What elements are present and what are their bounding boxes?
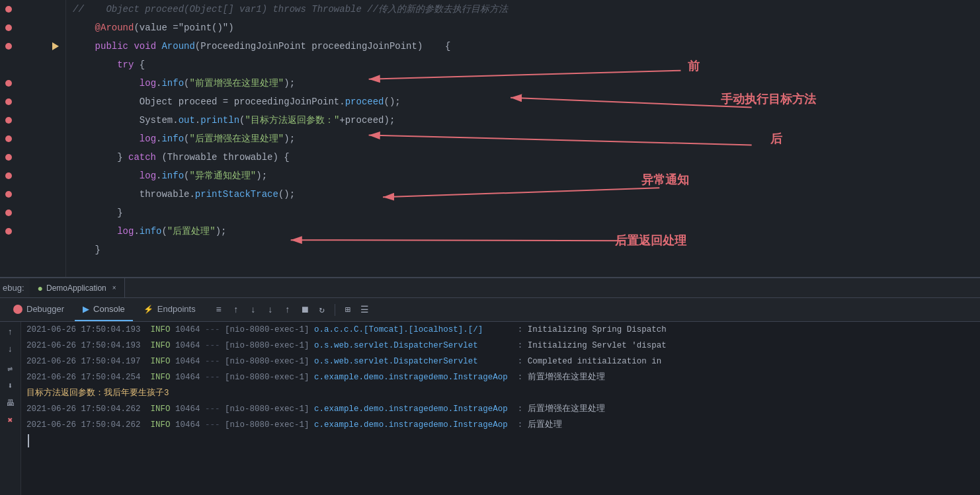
toolbar-btn-list[interactable]: ☰ bbox=[358, 303, 372, 317]
toolbar-btn-stop[interactable]: ⏹ bbox=[298, 303, 312, 317]
log-colon: : bbox=[518, 339, 528, 352]
log-class: c.example.demo.instragedemo.InstrageAop bbox=[314, 402, 518, 416]
code-comment: // Object proceed(Object[] var1) throws … bbox=[73, 3, 508, 15]
strip-btn-clear[interactable]: ✖ bbox=[3, 413, 18, 428]
toolbar-separator bbox=[335, 304, 335, 316]
breakpoint-dot bbox=[5, 228, 12, 235]
code-function: printStackTrace bbox=[195, 189, 278, 200]
code-plain bbox=[73, 226, 117, 237]
code-plain: ); bbox=[284, 133, 295, 144]
toolbar-btn-grid[interactable]: ⊞ bbox=[341, 303, 355, 317]
log-message: 后置增强在这里处理 bbox=[528, 402, 605, 416]
tab-endpoints-label: Endpoints bbox=[157, 304, 196, 314]
code-var: log bbox=[140, 78, 156, 89]
code-plain: } bbox=[73, 245, 101, 255]
log-colon: : bbox=[518, 323, 528, 336]
code-plain: (); bbox=[384, 96, 400, 107]
strip-btn-down[interactable]: ↓ bbox=[3, 342, 18, 356]
code-lines: // Object proceed(Object[] var1) throws … bbox=[66, 0, 980, 277]
tab-debugger[interactable]: Debugger bbox=[5, 298, 72, 321]
code-plain: (ProceedingJoinPoint proceedingJoinPoint… bbox=[195, 41, 450, 52]
log-timestamp: 2021-06-26 17:50:04.193 bbox=[26, 323, 141, 336]
log-sep: --- bbox=[200, 418, 225, 432]
toolbar-btn-reload[interactable]: ↻ bbox=[315, 303, 329, 317]
gutter-line bbox=[0, 93, 60, 111]
toolbar-btn-down2[interactable]: ↓ bbox=[263, 303, 278, 317]
code-plain: . bbox=[156, 171, 161, 181]
endpoints-icon: ⚡ bbox=[143, 305, 153, 314]
log-level: INFO bbox=[141, 323, 176, 336]
code-system: out bbox=[179, 115, 195, 126]
log-level: INFO bbox=[141, 402, 176, 416]
code-line: @Around(value ="point()") bbox=[73, 19, 980, 37]
app-tab-label: DemoApplication bbox=[46, 284, 106, 293]
code-string: "异常通知处理" bbox=[189, 170, 256, 182]
bottom-panel: ebug: ● DemoApplication × Debugger ▶ Con… bbox=[0, 277, 980, 495]
code-plain: { bbox=[134, 59, 145, 70]
strip-btn-up[interactable]: ↑ bbox=[3, 324, 18, 339]
strip-btn-download[interactable]: ⬇ bbox=[3, 379, 18, 393]
gutter-line bbox=[0, 19, 60, 37]
code-plain: } bbox=[73, 152, 128, 163]
toolbar-btn-up2[interactable]: ↑ bbox=[280, 303, 295, 317]
app-tab-close-button[interactable]: × bbox=[112, 284, 116, 291]
tab-endpoints[interactable]: ⚡ Endpoints bbox=[136, 298, 204, 321]
console-left-strip: ↑ ↓ ⇌ ⬇ 🖶 ✖ bbox=[0, 322, 21, 495]
code-plain: } bbox=[73, 208, 123, 218]
code-line: } catch (Throwable throwable) { bbox=[73, 148, 980, 167]
log-line-1: 2021-06-26 17:50:04.193 INFO 10464 --- [… bbox=[21, 322, 980, 338]
gutter-line bbox=[0, 74, 60, 93]
code-function: info bbox=[161, 171, 184, 181]
log-pid: 10464 bbox=[175, 323, 200, 336]
code-plain: System. bbox=[73, 115, 179, 126]
code-keyword: public bbox=[73, 41, 134, 52]
app-tab-icon: ● bbox=[38, 283, 43, 293]
app-tab-demo[interactable]: ● DemoApplication × bbox=[30, 278, 125, 297]
code-keyword: try bbox=[117, 59, 134, 70]
debugger-icon bbox=[13, 305, 22, 314]
log-colon: : bbox=[518, 355, 528, 368]
gutter-line bbox=[0, 148, 60, 167]
code-function: info bbox=[140, 226, 162, 237]
breakpoint-dot bbox=[5, 172, 12, 179]
code-plain: ( bbox=[161, 226, 167, 237]
breakpoint-dot bbox=[5, 154, 12, 161]
code-function: info bbox=[161, 78, 184, 89]
log-cursor-line bbox=[21, 433, 980, 449]
console-log-area: 2021-06-26 17:50:04.193 INFO 10464 --- [… bbox=[21, 322, 980, 495]
log-message: 后置处理 bbox=[528, 418, 562, 432]
code-string: "前置增强在这里处理" bbox=[189, 77, 284, 89]
log-message: Completed initialization in bbox=[528, 355, 662, 368]
log-sep: --- bbox=[200, 371, 225, 384]
log-thread: [nio-8080-exec-1] bbox=[225, 323, 314, 336]
code-var: log bbox=[117, 226, 134, 237]
log-thread: [nio-8080-exec-1] bbox=[225, 418, 314, 432]
gutter-line bbox=[0, 56, 60, 74]
code-line: } bbox=[73, 241, 980, 259]
code-plain: ); bbox=[284, 78, 295, 89]
code-plain: ( bbox=[184, 171, 189, 181]
code-plain: (); bbox=[278, 189, 295, 200]
log-message: 前置增强在这里处理 bbox=[528, 371, 605, 384]
strip-btn-print[interactable]: 🖶 bbox=[3, 396, 18, 410]
log-line-6: 2021-06-26 17:50:04.262 INFO 10464 --- [… bbox=[21, 401, 980, 417]
toolbar-btn-down1[interactable]: ↓ bbox=[246, 303, 261, 317]
tab-console[interactable]: ▶ Console bbox=[75, 298, 133, 321]
code-annotation: @Around bbox=[73, 22, 134, 33]
log-class: c.example.demo.instragedemo.InstrageAop bbox=[314, 418, 518, 432]
log-line-special: 目标方法返回参数：我后年要生孩子3 bbox=[21, 385, 980, 401]
code-plain: . bbox=[134, 226, 139, 237]
gutter-line bbox=[0, 185, 60, 204]
strip-btn-wrap[interactable]: ⇌ bbox=[3, 362, 18, 376]
breakpoint-dot bbox=[5, 191, 12, 198]
log-message: Initializing Servlet 'dispat bbox=[528, 339, 667, 352]
code-function: proceed bbox=[345, 96, 384, 107]
panel-toolbar-icons: ≡ ↑ ↓ ↓ ↑ ⏹ ↻ ⊞ ☰ bbox=[212, 303, 372, 317]
log-special-text: 目标方法返回参数：我后年要生孩子3 bbox=[26, 387, 169, 400]
gutter-line bbox=[0, 222, 60, 241]
log-colon: : bbox=[518, 371, 528, 384]
log-class: o.s.web.servlet.DispatcherServlet bbox=[314, 339, 518, 352]
toolbar-btn-menu[interactable]: ≡ bbox=[212, 303, 226, 317]
toolbar-btn-up[interactable]: ↑ bbox=[229, 303, 243, 317]
log-class: c.example.demo.instragedemo.InstrageAop bbox=[314, 371, 518, 384]
